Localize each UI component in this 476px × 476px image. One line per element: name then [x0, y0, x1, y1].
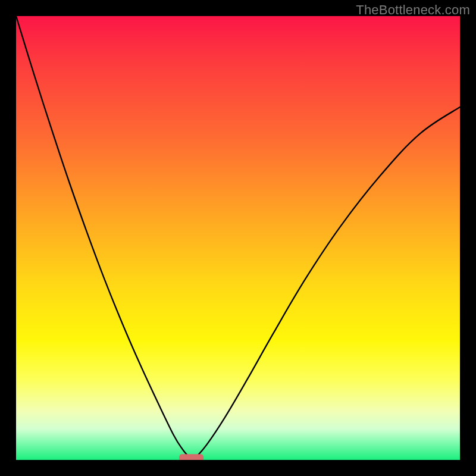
plot-area	[16, 16, 460, 460]
curve-left-branch	[16, 16, 192, 460]
attribution-text: TheBottleneck.com	[356, 2, 470, 18]
min-marker	[179, 454, 203, 460]
curve-right-branch	[192, 107, 460, 460]
chart-frame: TheBottleneck.com	[0, 0, 476, 476]
curve-layer	[16, 16, 460, 460]
